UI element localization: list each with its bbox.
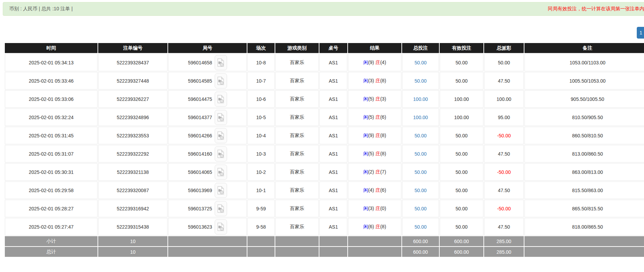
payout-cell: 50.00 <box>484 54 524 71</box>
round-id-text: 596013969 <box>188 188 212 193</box>
player-result-label: 闲 <box>363 60 368 65</box>
total-bet-link[interactable]: 50.00 <box>415 151 427 157</box>
player-result-label: 闲 <box>363 114 368 120</box>
session-cell: 10-8 <box>247 54 275 71</box>
video-replay-button[interactable] <box>215 219 227 234</box>
round-id-cell: 596014377 <box>168 108 247 126</box>
table-row: 2025-02-01 05:33:46522239327448596014585… <box>5 72 644 90</box>
video-replay-button[interactable] <box>215 146 227 161</box>
player-result-label: 闲 <box>363 224 368 229</box>
col-header-valid-bet: 有效投注 <box>440 43 483 53</box>
total-bet-link[interactable]: 50.00 <box>415 206 427 211</box>
player-result-label: 闲 <box>363 187 368 193</box>
table-no-cell: AS1 <box>319 72 347 90</box>
remark-cell: 1053.00/1103.00 <box>524 54 644 71</box>
total-bet-cell: 50.00 <box>402 200 439 217</box>
valid-bet-cell: 50.00 <box>440 127 483 144</box>
player-result-label: 闲 <box>363 133 368 138</box>
game-type-cell: 百家乐 <box>275 218 319 236</box>
pagination-page-1-button[interactable]: 1 <box>637 27 644 39</box>
player-result-value: (9) <box>368 60 374 65</box>
col-header-payout: 总派彩 <box>484 43 524 53</box>
video-replay-button[interactable] <box>215 128 227 143</box>
valid-bet-cell: 50.00 <box>440 54 483 71</box>
result-cell: 闲(2) 庄(7) <box>348 163 401 181</box>
remark-cell: 815.50/863.00 <box>524 181 644 199</box>
video-replay-icon <box>217 168 224 177</box>
round-id-cell: 596014160 <box>168 145 247 163</box>
col-header-total-bet: 总投注 <box>402 43 439 53</box>
round-id-text: 596014658 <box>188 60 212 65</box>
banker-result-value: (7) <box>380 169 386 175</box>
result-cell: 闲(5) 庄(3) <box>348 90 401 108</box>
banker-result-label: 庄 <box>375 60 380 65</box>
col-header-bet-id: 注单编号 <box>98 43 167 53</box>
video-replay-button[interactable] <box>215 201 227 216</box>
col-header-round-id: 局号 <box>168 43 247 53</box>
player-result-value: (3) <box>368 78 374 83</box>
payout-cell: 47.50 <box>484 218 524 236</box>
player-result-value: (3) <box>368 206 374 211</box>
game-type-cell: 百家乐 <box>275 163 319 181</box>
player-result-value: (5) <box>368 151 374 156</box>
subtotal-valid-bet: 600.00 <box>440 236 483 246</box>
total-bet-link[interactable]: 50.00 <box>415 224 427 230</box>
subtotal-payout: 285.00 <box>484 236 524 246</box>
round-id-cell: 596013623 <box>168 218 247 236</box>
subtotal-label: 小计 <box>5 236 98 246</box>
payout-cell: 100.00 <box>484 90 524 108</box>
time-cell: 2025-02-01 05:33:06 <box>5 90 98 108</box>
video-replay-button[interactable] <box>215 92 227 107</box>
banker-result-label: 庄 <box>375 78 380 83</box>
video-replay-button[interactable] <box>215 55 227 70</box>
total-bet-link[interactable]: 50.00 <box>415 188 427 193</box>
time-cell: 2025-02-01 05:28:27 <box>5 200 98 217</box>
video-replay-button[interactable] <box>215 165 227 180</box>
table-row: 2025-02-01 05:30:31522239321138596014065… <box>5 163 644 181</box>
total-row: 总计 10 600.00 600.00 285.00 <box>5 247 644 257</box>
round-id-text: 596014585 <box>188 78 212 84</box>
video-replay-button[interactable] <box>215 73 227 88</box>
bet-id-cell: 522239324896 <box>98 108 167 126</box>
total-bet-link[interactable]: 50.00 <box>415 169 427 175</box>
video-replay-button[interactable] <box>215 110 227 125</box>
time-cell: 2025-02-01 05:33:46 <box>5 72 98 90</box>
table-no-cell: AS1 <box>319 54 347 71</box>
video-replay-icon <box>217 222 224 231</box>
video-replay-icon <box>217 95 224 104</box>
video-replay-button[interactable] <box>215 183 227 198</box>
round-id-text: 596014160 <box>188 151 212 157</box>
total-bet-link[interactable]: 100.00 <box>413 115 428 120</box>
table-row: 2025-02-01 05:27:47522239315438596013623… <box>5 218 644 236</box>
round-id-text: 596014475 <box>188 96 212 102</box>
player-result-value: (4) <box>368 187 374 193</box>
payout-cell: 95.00 <box>484 108 524 126</box>
player-result-value: (6) <box>368 224 374 229</box>
time-cell: 2025-02-01 05:30:31 <box>5 163 98 181</box>
table-row: 2025-02-01 05:31:45522239323553596014266… <box>5 127 644 144</box>
table-no-cell: AS1 <box>319 145 347 163</box>
col-header-game-type: 游戏类别 <box>275 43 319 53</box>
total-bet-cell: 50.00 <box>402 163 439 181</box>
result-cell: 闲(9) 庄(8) <box>348 127 401 144</box>
player-result-label: 闲 <box>363 169 368 175</box>
banker-result-value: (6) <box>380 187 386 193</box>
table-no-cell: AS1 <box>319 218 347 236</box>
result-cell: 闲(5) 庄(6) <box>348 108 401 126</box>
bet-records-table: 时间 注单编号 局号 场次 游戏类别 桌号 结果 总投注 有效投注 总派彩 备注… <box>4 42 644 258</box>
table-row: 2025-02-01 05:32:24522239324896596014377… <box>5 108 644 126</box>
table-no-cell: AS1 <box>319 90 347 108</box>
col-header-table-no: 桌号 <box>319 43 347 53</box>
total-bet-link[interactable]: 100.00 <box>413 96 428 102</box>
table-no-cell: AS1 <box>319 200 347 217</box>
total-bet-link[interactable]: 50.00 <box>415 60 427 65</box>
result-cell: 闲(3) 庄(8) <box>348 72 401 90</box>
total-bet-link[interactable]: 50.00 <box>415 133 427 138</box>
total-bet-link[interactable]: 50.00 <box>415 78 427 84</box>
session-cell: 9-59 <box>247 200 275 217</box>
round-id-text: 596014266 <box>188 133 212 138</box>
total-bet-cell: 50.00 <box>402 127 439 144</box>
total-bet-cell: 50.00 <box>402 54 439 71</box>
round-id-cell: 596014475 <box>168 90 247 108</box>
banker-result-label: 庄 <box>375 114 380 120</box>
